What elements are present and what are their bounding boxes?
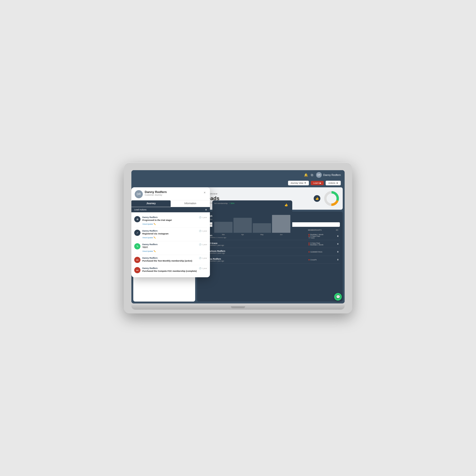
clock-icon: 🕐 <box>199 257 201 259</box>
clock-icon: 🕐 <box>199 216 201 219</box>
bg-chart-bar-area <box>214 205 290 234</box>
user-badge: DR Danny Redfern <box>316 172 341 178</box>
journey-time: 🕐 1 year <box>199 230 207 232</box>
chat-icon: 💬 <box>336 295 340 299</box>
journey-person: Danny Redfern <box>142 257 157 259</box>
main-content: full membership ↑ 50% Mar Apr May Jun <box>131 187 345 304</box>
memberships: 3 Class Pack BoxMate 1 Month <box>308 242 332 246</box>
customer-journey-modal: DR Danny Redfern Customer Journey × Jour… <box>131 187 210 277</box>
modal-close-button[interactable]: × <box>203 190 206 195</box>
memberships: BoxMate 1 Month 3 Class Pack +7 more <box>308 234 332 239</box>
lead-sub: Converted 1 year ago <box>208 244 307 246</box>
journey-action: Purchased the Compete FOC membership (co… <box>142 270 207 272</box>
learn-button[interactable]: Learn ▶ <box>311 181 324 185</box>
modal-header: DR Danny Redfern Customer Journey × <box>131 187 210 200</box>
plus-circle-icon: ⊕ <box>205 208 207 211</box>
bar-mar <box>214 222 233 233</box>
thumbs-up-button-bg[interactable]: 👍 <box>283 202 289 208</box>
journey-time: 🕐 1 year <box>199 257 207 259</box>
plus-icon: ⊕ <box>336 182 338 184</box>
journey-entry: ●● Danny Redfern 🕐 1 year Purchased th <box>134 255 207 265</box>
thumbs-up-button[interactable]: 👍 <box>314 195 320 202</box>
laptop-notch <box>231 306 245 308</box>
bg-chart-title: full membership ↑ 50% <box>214 202 290 204</box>
laptop-base <box>131 305 345 310</box>
col-mem-header: MEMBERSHIPS <box>308 229 332 231</box>
bar-apr <box>234 218 252 233</box>
journey-icon-dark: ⊕ <box>134 216 140 222</box>
month-jun: Jun <box>272 234 290 235</box>
journey-icon-edit: ✎ <box>134 243 140 249</box>
journey-list: ⊕ Danny Redfern 🕐 1 year Progressed to <box>131 212 210 277</box>
copy-icon[interactable]: ⧉ <box>311 173 313 177</box>
clock-icon: 🕐 <box>199 267 201 270</box>
lead-score: 0 <box>334 243 339 245</box>
overview-title: LEAD OVERVIEW <box>200 193 311 195</box>
laptop-screen: 🔔 ⧉ DR Danny Redfern Journey View 👁 Lear… <box>131 170 345 304</box>
journey-person: Danny Redfern <box>142 243 157 246</box>
top-nav: 🔔 ⧉ DR Danny Redfern <box>131 170 345 180</box>
journey-icon-red: ●● <box>134 267 140 273</box>
journey-entry: ✓ Danny Redfern 🕐 1 year Registered vi <box>134 228 207 241</box>
nurture-leads-list: DR Danny Redfern ✓ Converted 3 months ag… <box>200 232 340 299</box>
lead-name: Lisa Redfern <box>208 258 307 260</box>
modal-user-avatar: DR <box>135 190 143 198</box>
tab-information[interactable]: Information <box>171 200 210 207</box>
lead-score: 0 <box>334 251 339 253</box>
donut-chart <box>323 190 340 207</box>
user-avatar: DR <box>316 172 322 178</box>
journey-view-button[interactable]: Journey View 👁 <box>288 181 309 186</box>
journey-person: Danny Redfern <box>142 216 157 219</box>
journey-person: Danny Redfern <box>142 267 157 270</box>
journey-action: Progressed to the trial stage! <box>142 219 207 221</box>
bar-may <box>253 223 271 233</box>
list-item[interactable]: LR Lisa Redfern Converted 1 year ago Cro… <box>200 256 340 264</box>
lead-score: 6 <box>334 235 339 237</box>
journey-link[interactable]: View/Update ✏️ <box>142 223 156 225</box>
user-name: Danny Redfern <box>323 173 341 176</box>
journey-time: 🕐 1 year <box>199 267 207 270</box>
journey-link[interactable]: View/Update ✏️ <box>142 237 156 239</box>
bg-chart-months: Mar Apr May Jun <box>214 234 290 235</box>
app-container: 🔔 ⧉ DR Danny Redfern Journey View 👁 Lear… <box>131 170 345 304</box>
journey-time: 🕐 1 year <box>199 243 207 246</box>
journey-icon-check: ✓ <box>134 230 140 236</box>
journey-action: Purchased the Test Monthly membership (a… <box>142 260 207 262</box>
lead-actions-bar[interactable]: Lead Actions ⊕ <box>131 207 210 212</box>
journey-entry: ⊕ Danny Redfern 🕐 1 year Progressed to <box>134 214 207 228</box>
lead-sub: Converted 2 years ago <box>208 252 307 254</box>
journey-icon-red: ●● <box>134 257 140 263</box>
action-buttons-row: Journey View 👁 Learn ▶ Actions ⊕ <box>131 180 345 187</box>
modal-user-name: Danny Redfern <box>145 190 201 194</box>
play-icon: ▶ <box>320 182 321 184</box>
journey-action: Registered via: Instagram <box>142 233 207 235</box>
journey-link[interactable]: View/Update ✏️ <box>142 250 156 252</box>
month-mar: Mar <box>214 234 233 235</box>
clock-icon: 🕐 <box>199 243 201 246</box>
journey-person: Danny Redfern <box>142 230 157 232</box>
bar-jun <box>272 215 290 233</box>
clock-icon: 🕐 <box>199 230 201 232</box>
bg-chart: full membership ↑ 50% Mar Apr May Jun <box>212 200 292 237</box>
memberships: SUMMER RIGS <box>308 251 332 253</box>
month-may: May <box>253 234 271 235</box>
col-score-header: SC <box>334 229 339 231</box>
list-item[interactable]: JR Jackson Redfern Converted 2 years ago… <box>200 248 340 256</box>
journey-time: 🕐 1 year <box>199 216 207 219</box>
month-apr: Apr <box>234 234 252 235</box>
trend-label: ↑ 50% <box>229 202 235 204</box>
journey-action: TEST. <box>142 246 207 249</box>
tab-journey[interactable]: Journey <box>131 200 171 207</box>
modal-tabs: Journey Information <box>131 200 210 207</box>
journey-entry: ✎ Danny Redfern 🕐 1 year TEST. <box>134 241 207 255</box>
actions-button[interactable]: Actions ⊕ <box>325 181 341 186</box>
journey-entry: ●● Danny Redfern 🕐 1 year Purchased th <box>134 265 207 275</box>
chat-fab-button[interactable]: 💬 <box>334 293 342 301</box>
memberships: CrossFit <box>308 259 332 261</box>
lead-score: 0 <box>334 258 339 261</box>
bell-icon[interactable]: 🔔 <box>304 173 308 177</box>
laptop-shell: 🔔 ⧉ DR Danny Redfern Journey View 👁 Lear… <box>124 163 352 313</box>
list-item[interactable]: AG AJ Grace Converted 1 year ago 3 Class… <box>200 240 340 248</box>
lead-name: AJ Grace <box>208 242 307 244</box>
eye-icon: 👁 <box>304 182 306 184</box>
